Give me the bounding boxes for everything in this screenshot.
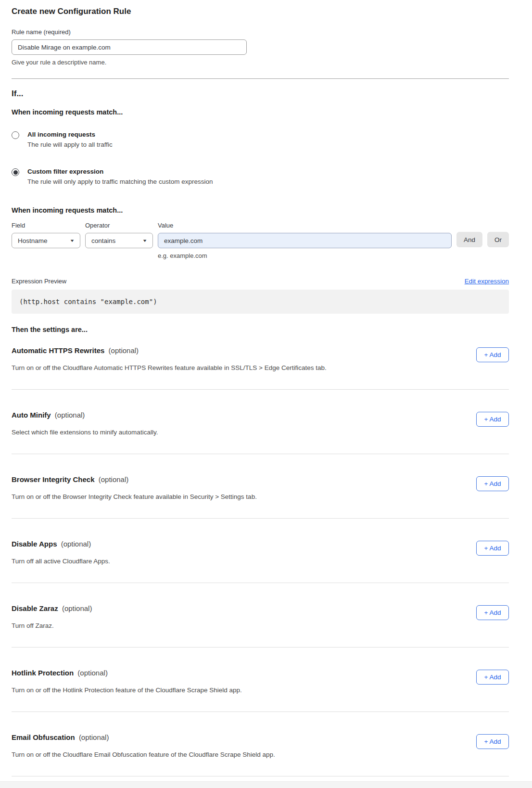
option-label: Custom filter expression	[27, 168, 213, 175]
setting-description: Turn on or off the Browser Integrity Che…	[12, 493, 257, 500]
rule-name-input[interactable]	[12, 39, 247, 55]
setting-optional-suffix: (optional)	[79, 733, 109, 741]
rule-name-helper: Give your rule a descriptive name.	[12, 59, 509, 66]
add-email-obfuscation-button[interactable]: + Add	[476, 734, 509, 749]
option-label: All incoming requests	[27, 131, 113, 138]
operator-select-value: contains	[91, 237, 115, 244]
setting-row-disable-apps: Disable Apps (optional) Turn off all act…	[12, 519, 509, 583]
or-button[interactable]: Or	[487, 232, 509, 247]
setting-name: Automatic HTTPS Rewrites	[12, 346, 104, 355]
field-select-value: Hostname	[18, 237, 48, 244]
and-button[interactable]: And	[456, 232, 482, 247]
modal-bottom-edge	[0, 781, 532, 788]
option-custom-filter-expression[interactable]: Custom filter expression The rule will o…	[12, 168, 509, 185]
add-hotlink-protection-button[interactable]: + Add	[476, 670, 509, 685]
add-auto-minify-button[interactable]: + Add	[476, 412, 509, 427]
settings-heading: Then the settings are...	[12, 326, 509, 333]
create-configuration-rule-form: Create new Configuration Rule Rule name …	[0, 0, 532, 788]
setting-row-hotlink-protection: Hotlink Protection (optional) Turn on or…	[12, 648, 509, 712]
setting-row-browser-integrity-check: Browser Integrity Check (optional) Turn …	[12, 454, 509, 519]
setting-name: Browser Integrity Check	[12, 475, 95, 483]
radio-all-incoming-requests[interactable]	[12, 131, 19, 139]
page-title: Create new Configuration Rule	[12, 7, 509, 16]
option-description: The rule will apply to all traffic	[27, 141, 113, 148]
expression-preview-label: Expression Preview	[12, 278, 66, 285]
add-browser-integrity-check-button[interactable]: + Add	[476, 476, 509, 491]
expression-preview-code: (http.host contains "example.com")	[12, 290, 509, 314]
setting-row-automatic-https-rewrites: Automatic HTTPS Rewrites (optional) Turn…	[12, 333, 509, 390]
operator-label: Operator	[85, 222, 153, 229]
add-disable-zaraz-button[interactable]: + Add	[476, 605, 509, 620]
chevron-down-icon: ▼	[69, 239, 75, 243]
if-heading: If...	[12, 89, 509, 99]
match-heading: When incoming requests match...	[12, 108, 509, 116]
divider	[12, 78, 509, 79]
rule-name-label: Rule name (required)	[12, 28, 509, 36]
setting-row-auto-minify: Auto Minify (optional) Select which file…	[12, 390, 509, 454]
setting-optional-suffix: (optional)	[99, 475, 129, 483]
setting-optional-suffix: (optional)	[77, 669, 108, 677]
setting-name: Email Obfuscation	[12, 733, 75, 741]
expression-builder: Field Hostname ▼ Operator contains ▼ Val…	[12, 222, 509, 259]
value-helper: e.g. example.com	[158, 252, 452, 259]
add-automatic-https-rewrites-button[interactable]: + Add	[476, 347, 509, 362]
setting-row-email-obfuscation: Email Obfuscation (optional) Turn on or …	[12, 712, 509, 776]
setting-optional-suffix: (optional)	[61, 540, 91, 548]
setting-description: Turn on or off the Hotlink Protection fe…	[12, 686, 242, 694]
field-select[interactable]: Hostname ▼	[12, 233, 80, 248]
radio-custom-filter-expression[interactable]	[12, 168, 19, 176]
option-all-incoming-requests[interactable]: All incoming requests The rule will appl…	[12, 131, 509, 148]
builder-heading: When incoming requests match...	[12, 206, 509, 214]
setting-row-disable-zaraz: Disable Zaraz (optional) Turn off Zaraz.…	[12, 583, 509, 648]
add-disable-apps-button[interactable]: + Add	[476, 541, 509, 556]
field-label: Field	[12, 222, 80, 229]
operator-select[interactable]: contains ▼	[85, 233, 153, 248]
option-description: The rule will only apply to traffic matc…	[27, 178, 213, 185]
setting-description: Turn on or off the Cloudflare Email Obfu…	[12, 751, 275, 758]
setting-description: Turn on or off the Cloudflare Automatic …	[12, 364, 327, 371]
setting-description: Turn off Zaraz.	[12, 622, 92, 629]
setting-name: Disable Apps	[12, 540, 57, 548]
setting-name: Auto Minify	[12, 411, 51, 419]
edit-expression-link[interactable]: Edit expression	[465, 278, 509, 285]
setting-optional-suffix: (optional)	[62, 604, 92, 612]
setting-optional-suffix: (optional)	[55, 411, 85, 419]
setting-name: Disable Zaraz	[12, 604, 58, 612]
value-label: Value	[158, 222, 452, 229]
setting-description: Turn off all active Cloudflare Apps.	[12, 558, 110, 565]
value-input[interactable]	[158, 233, 452, 248]
setting-description: Select which file extensions to minify a…	[12, 429, 158, 436]
setting-optional-suffix: (optional)	[109, 346, 139, 355]
chevron-down-icon: ▼	[142, 239, 147, 243]
setting-name: Hotlink Protection	[12, 669, 74, 677]
